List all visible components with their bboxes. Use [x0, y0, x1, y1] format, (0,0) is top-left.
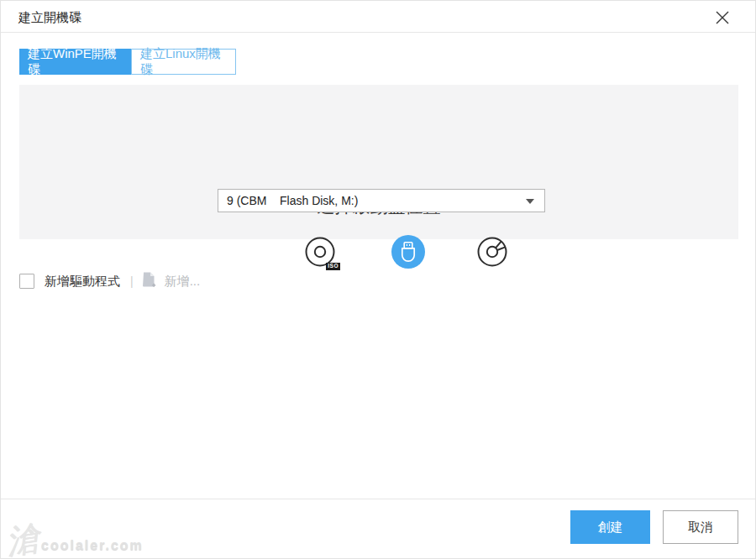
- target-burn-cd[interactable]: [474, 235, 511, 272]
- watermark-logo: 滄: [4, 522, 42, 556]
- file-plus-icon: [142, 271, 156, 291]
- target-iso-file[interactable]: ISO: [302, 235, 339, 272]
- tab-linux-label: 建立Linux開機碟: [140, 46, 227, 78]
- add-driver-file-label: 新增...: [165, 274, 201, 290]
- close-icon: [715, 10, 730, 25]
- drive-select-dropdown[interactable]: 9 (CBM Flash Disk, M:): [218, 189, 545, 212]
- chevron-down-icon: [526, 199, 534, 204]
- tab-winpe[interactable]: 建立WinPE開機碟: [19, 49, 131, 75]
- boot-location-panel: 選擇啟動盤位置 ISO: [19, 85, 738, 239]
- watermark: 滄 coolaler.com: [6, 525, 144, 555]
- watermark-text: coolaler.com: [41, 538, 144, 553]
- tab-linux[interactable]: 建立Linux開機碟: [131, 49, 236, 75]
- usb-icon: [391, 235, 425, 272]
- tab-winpe-label: 建立WinPE開機碟: [28, 46, 123, 78]
- add-driver-checkbox[interactable]: [19, 274, 34, 289]
- create-boot-disk-dialog: 建立開機碟 建立WinPE開機碟 建立Linux開機碟 選擇啟動盤位置: [0, 0, 756, 559]
- create-button[interactable]: 創建: [570, 510, 650, 544]
- target-icons-row: ISO: [19, 235, 738, 272]
- footer-divider: [1, 499, 755, 499]
- drive-select-value: 9 (CBM Flash Disk, M:): [227, 194, 358, 207]
- add-driver-label: 新增驅動程式: [45, 274, 120, 290]
- dialog-titlebar: 建立開機碟: [1, 1, 755, 33]
- boot-disk-tabs: 建立WinPE開機碟 建立Linux開機碟: [19, 49, 236, 75]
- vertical-divider: |: [130, 274, 134, 288]
- burn-disc-icon: [474, 233, 511, 274]
- cancel-button[interactable]: 取消: [663, 510, 738, 544]
- add-driver-file-button[interactable]: 新增...: [142, 271, 201, 291]
- iso-badge-label: ISO: [326, 263, 340, 271]
- close-button[interactable]: [715, 10, 730, 25]
- target-usb-drive[interactable]: [390, 235, 427, 272]
- add-driver-row: 新增驅動程式 | 新增...: [19, 271, 200, 291]
- dialog-title: 建立開機碟: [18, 10, 81, 26]
